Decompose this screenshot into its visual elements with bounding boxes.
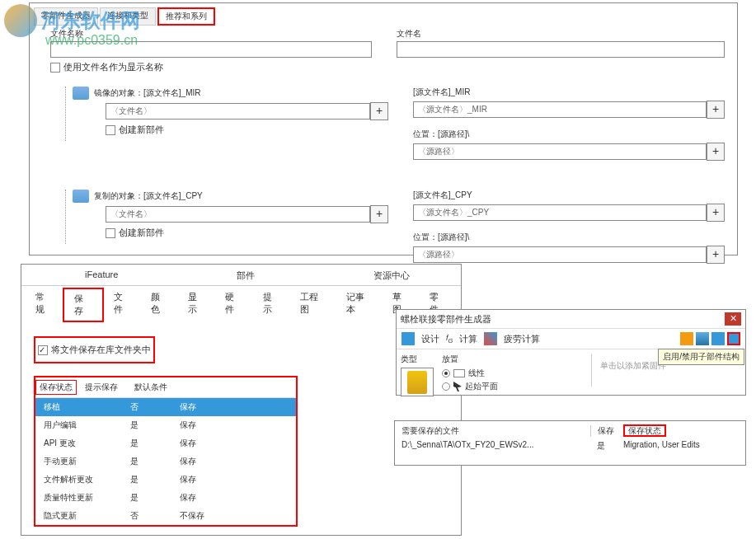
tab-hardware[interactable]: 硬件	[215, 288, 252, 322]
p4-h2[interactable]: 保存	[590, 425, 623, 437]
type-label: 类型	[401, 354, 434, 365]
copy-value-input[interactable]	[106, 206, 370, 223]
p4-row[interactable]: D:\_Senna\TA\OTx_FY20_EWSv2... 是 Migrati…	[401, 440, 739, 452]
mirror-loc-label: 位置：[源路径]\	[413, 129, 725, 140]
save-files-panel: 需要保存的文件 保存 保存状态 D:\_Senna\TA\OTx_FY20_EW…	[394, 420, 746, 466]
copy-label: 复制的对象：[源文件名]_CPY	[94, 191, 203, 200]
copy-right-label: [源文件名]_CPY	[413, 190, 725, 201]
p4-save: 是	[590, 440, 623, 452]
mirror-create-checkbox[interactable]	[106, 125, 115, 135]
mirror-value-input[interactable]	[106, 103, 370, 120]
linear-icon	[453, 369, 465, 377]
tab-save[interactable]: 保存	[63, 288, 103, 322]
tab-assembly[interactable]: 部件	[227, 266, 265, 285]
radio-linear[interactable]	[442, 369, 450, 377]
mirror-tree-icon	[73, 87, 89, 100]
watermark: 河东软件网 www.pc0359.cn	[4, 4, 140, 37]
substructure-icon[interactable]	[727, 332, 740, 345]
panel3-titlebar: 螺栓联接零部件生成器 ✕	[397, 310, 745, 329]
save-table-header: 保存状态 提示保存 默认条件	[35, 377, 296, 398]
design-icon	[401, 332, 415, 345]
p4-file: D:\_Senna\TA\OTx_FY20_EWSv2...	[401, 440, 590, 452]
table-row[interactable]: 移植否保存	[35, 398, 296, 416]
mirror-create-label: 创建新部件	[119, 124, 164, 136]
copy-tree-icon	[73, 190, 89, 203]
options-panel: iFeature 部件 资源中心 常规 保存 文件 颜色 显示 硬件 提示 工程…	[21, 264, 462, 536]
mirror-loc-input[interactable]	[413, 143, 707, 160]
copy-right-input[interactable]	[413, 204, 707, 221]
radio-startplane[interactable]	[442, 382, 450, 391]
use-filename-checkbox[interactable]	[50, 63, 60, 73]
mirror-plus-button[interactable]: +	[370, 102, 388, 120]
table-row[interactable]: API 更改是保存	[35, 434, 296, 452]
watermark-logo	[4, 4, 37, 37]
tab-recommend[interactable]: 推荐和系列	[157, 7, 215, 26]
panel3-title-text: 螺栓联接零部件生成器	[401, 313, 491, 326]
header-default[interactable]: 默认条件	[126, 380, 176, 395]
watermark-text1: 河东软件网	[41, 7, 140, 34]
tb-design[interactable]: 设计	[421, 333, 439, 345]
tab-drawing[interactable]: 工程图	[290, 288, 336, 322]
bolt-preview[interactable]	[401, 368, 434, 396]
table-row[interactable]: 质量特性更新是保存	[35, 489, 296, 507]
startplane-label: 起始平面	[465, 381, 498, 392]
mirror-loc-plus[interactable]: +	[707, 143, 725, 161]
table-row[interactable]: 文件解析更改是保存	[35, 471, 296, 489]
header-prompt[interactable]: 提示保存	[77, 380, 126, 395]
filename-label2: 文件名	[397, 29, 421, 38]
panel3-toolbar: 设计 fG 计算 疲劳计算 启用/禁用子部件结构	[397, 329, 745, 349]
table-row[interactable]: 手动更新是保存	[35, 452, 296, 471]
fatigue-icon	[484, 332, 497, 345]
tab-display[interactable]: 显示	[178, 288, 215, 322]
header-status[interactable]: 保存状态	[35, 380, 77, 395]
tab-notes[interactable]: 记事本	[336, 288, 383, 322]
save-in-lib-box: 将文件保存在库文件夹中	[34, 336, 155, 363]
close-button[interactable]: ✕	[725, 312, 741, 326]
save-status-table: 保存状态 提示保存 默认条件 移植否保存用户编辑是保存API 更改是保存手动更新…	[34, 376, 298, 527]
tab-hint[interactable]: 提示	[253, 288, 290, 322]
tool-icon-1[interactable]	[711, 332, 725, 345]
copy-loc-plus[interactable]: +	[707, 246, 725, 264]
tb-fatigue[interactable]: 疲劳计算	[504, 333, 540, 345]
tab-ifeature[interactable]: iFeature	[75, 266, 128, 285]
place-label: 放置	[442, 354, 583, 365]
copy-plus-button[interactable]: +	[370, 205, 388, 223]
bolt-generator-dialog: 螺栓联接零部件生成器 ✕ 设计 fG 计算 疲劳计算 启用/禁用子部件结构 类型…	[396, 309, 746, 396]
filename-input-right[interactable]	[397, 41, 725, 58]
tb-calc[interactable]: 计算	[459, 333, 477, 345]
copy-create-label: 创建新部件	[119, 227, 164, 239]
mirror-right-plus[interactable]: +	[707, 101, 725, 119]
bolt-icon	[407, 371, 427, 394]
linear-label: 线性	[468, 368, 485, 379]
p4-h1[interactable]: 需要保存的文件	[401, 425, 590, 437]
use-filename-label: 使用文件名作为显示名称	[63, 61, 163, 73]
table-row[interactable]: 用户编辑是保存	[35, 416, 296, 434]
panel2-tabs-row1: iFeature 部件 资源中心	[21, 265, 461, 286]
copy-create-checkbox[interactable]	[106, 228, 115, 238]
mirror-right-label: [源文件名]_MIR	[413, 87, 725, 98]
p4-header: 需要保存的文件 保存 保存状态	[401, 425, 739, 437]
folder-icon[interactable]	[680, 332, 693, 345]
table-row[interactable]: 隐式更新否不保存	[35, 507, 296, 525]
tooltip: 启用/禁用子部件结构	[658, 349, 744, 365]
mirror-label: 镜像的对象：[源文件名]_MIR	[94, 88, 200, 97]
p4-h3[interactable]: 保存状态	[623, 425, 739, 437]
save-in-lib-checkbox[interactable]	[38, 345, 48, 355]
tab-file[interactable]: 文件	[104, 288, 141, 322]
tab-resource[interactable]: 资源中心	[364, 266, 420, 285]
copy-loc-input[interactable]	[413, 246, 707, 263]
tab-color[interactable]: 颜色	[141, 288, 178, 322]
mirror-right-input[interactable]	[413, 101, 707, 118]
cursor-icon	[453, 382, 462, 391]
p4-status: Migration, User Edits	[623, 440, 739, 452]
tab-general[interactable]: 常规	[26, 288, 63, 322]
copy-right-plus[interactable]: +	[707, 204, 725, 222]
save-in-lib-label: 将文件保存在库文件夹中	[51, 344, 151, 356]
copy-loc-label: 位置：[源路径]\	[413, 232, 725, 243]
watermark-text2: www.pc0359.cn	[45, 33, 138, 48]
save-icon[interactable]	[696, 332, 709, 345]
